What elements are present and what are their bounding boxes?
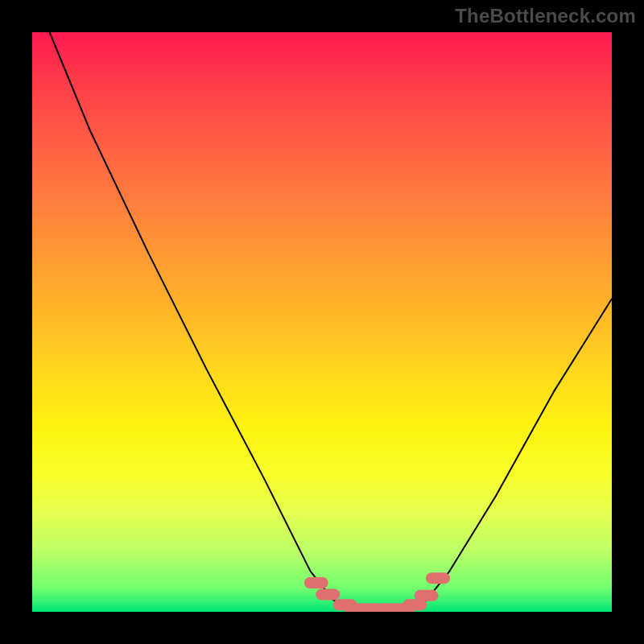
bottleneck-curve (50, 32, 612, 610)
chart-stage: TheBottleneck.com (0, 0, 644, 644)
chart-overlay-svg (32, 32, 612, 612)
bottom-markers (310, 578, 444, 609)
plot-area (32, 32, 612, 612)
watermark-text: TheBottleneck.com (455, 5, 636, 27)
